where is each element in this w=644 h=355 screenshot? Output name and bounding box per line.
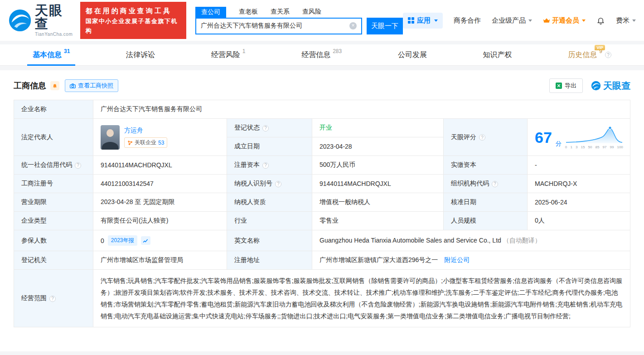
reg-authority-label: 登记机关: [14, 251, 93, 270]
english-name-label: 英文名称: [227, 230, 312, 251]
company-name-label: 企业名称: [14, 100, 93, 119]
related-companies-label: 关联企业: [135, 139, 156, 146]
industry-value: 零售业: [312, 212, 444, 230]
help-icon[interactable]: [479, 134, 485, 141]
tab-legal-proceedings[interactable]: 法律诉讼: [121, 44, 160, 65]
search-input[interactable]: [196, 19, 361, 34]
approval-date-label: 核准日期: [444, 193, 528, 212]
enterprise-products-label: 企业级产品: [492, 16, 526, 25]
tab-intellectual-property[interactable]: 知识产权: [478, 44, 518, 65]
help-icon[interactable]: [262, 162, 269, 169]
tab-label: 法律诉讼: [126, 50, 155, 60]
help-icon[interactable]: [49, 296, 56, 302]
score-curve-chart: 01 315 5085 9799 100: [565, 125, 623, 149]
snapshot-button[interactable]: 查看工商快照: [65, 79, 118, 92]
user-menu[interactable]: 费米: [616, 16, 636, 25]
bell-icon: [596, 16, 605, 25]
table-row: 经营范围 汽车销售;玩具销售;汽车零配件批发;汽车装饰用品销售;服装服饰零售;服…: [14, 270, 630, 327]
company-nav-tabs: 基本信息 31 法律诉讼 经营风险 1 经营信息 283 公司发展 知识产权 V…: [0, 44, 644, 66]
taxpayer-id-value: 91440114MACHDRQJXL: [312, 175, 444, 193]
clear-search-icon[interactable]: [349, 22, 357, 29]
snapshot-button-label: 查看工商快照: [78, 82, 113, 90]
help-icon[interactable]: [605, 52, 611, 58]
help-icon[interactable]: [492, 181, 498, 187]
search-tab-company[interactable]: 查公司: [195, 7, 226, 18]
search-tab-boss[interactable]: 查老板: [239, 8, 258, 18]
table-row: 法定代表人 方运舟 关联企业 53: [14, 119, 630, 137]
establish-date-value: 2023-04-28: [312, 137, 444, 156]
export-button[interactable]: 导出: [549, 78, 583, 93]
company-type-value: 有限责任公司(法人独资): [93, 212, 227, 230]
credit-code-label: 统一社会信用代码: [14, 156, 93, 175]
related-companies-count: 53: [158, 140, 164, 146]
approval-date-value: 2025-06-24: [528, 193, 630, 212]
help-icon[interactable]: [262, 125, 269, 131]
legal-rep-name-link[interactable]: 方运舟: [124, 126, 167, 135]
search-tabs: 查公司 查老板 查关系 查风险: [195, 7, 403, 18]
org-code-label: 组织机构代码: [444, 175, 528, 193]
brand-name: 天眼查: [35, 4, 76, 30]
nearby-companies-link[interactable]: 附近公司: [444, 256, 470, 263]
search-block: 查公司 查老板 查关系 查风险 天眼一下: [195, 7, 403, 34]
notifications-button[interactable]: [596, 16, 605, 25]
search-button[interactable]: 天眼一下: [367, 18, 403, 34]
table-row: 登记机关 广州市增城区市场监督管理局 注册地址 广州市增城区新塘镇广深大道西29…: [14, 251, 630, 270]
annual-report-badge[interactable]: 2023年报: [108, 235, 137, 246]
table-row: 营业期限 2023-04-28 至 无固定期限 纳税人资质 增值税一般纳税人 核…: [14, 193, 630, 212]
business-cooperation-label: 商务合作: [454, 16, 481, 25]
tianyancha-logo-icon: [591, 81, 601, 91]
tab-label: 知识产权: [483, 50, 512, 60]
legal-rep-avatar[interactable]: [101, 125, 120, 150]
insured-value: 0 2023年报: [93, 230, 227, 251]
score-unit: 分: [556, 140, 562, 148]
tab-operation-info[interactable]: 经营信息 283: [296, 44, 347, 65]
apps-menu-button[interactable]: 应用: [403, 13, 443, 29]
table-row: 企业名称 广州合达天下汽车销售服务有限公司: [14, 100, 630, 119]
help-icon[interactable]: [75, 162, 81, 169]
camera-icon: [70, 83, 76, 88]
taxpayer-quality-value: 增值税一般纳税人: [312, 193, 444, 212]
top-bar: 天眼查 TianYanCha.com 都在用的商业查询工具 国家中小企业发展子基…: [0, 0, 644, 41]
tianyancha-logo-icon: [8, 8, 32, 33]
promo-slogan-line1: 都在用的商业查询工具: [86, 5, 181, 17]
crown-icon: [543, 18, 550, 23]
org-code-value: MACHDRQJ-X: [528, 175, 630, 193]
reg-capital-label: 注册资本: [227, 156, 312, 175]
vip-badge: VIP: [595, 45, 605, 50]
tab-label: 经营风险: [211, 50, 240, 60]
business-scope-label: 经营范围: [14, 270, 93, 327]
business-cooperation-link[interactable]: 商务合作: [454, 16, 481, 25]
apps-label: 应用: [417, 16, 431, 25]
tab-company-development[interactable]: 公司发展: [392, 44, 432, 65]
search-tab-relation[interactable]: 查关系: [271, 8, 290, 18]
search-tab-risk[interactable]: 查风险: [302, 8, 321, 18]
open-vip-menu[interactable]: 开通会员: [543, 16, 586, 25]
score-number: 67: [535, 130, 552, 145]
business-info-table: 企业名称 广州合达天下汽车销售服务有限公司 法定代表人 方运舟: [14, 100, 630, 327]
relation-network-icon: [127, 140, 133, 146]
paid-capital-label: 实缴资本: [444, 156, 528, 175]
business-info-section: 工商信息 查看工商快照 导出: [0, 70, 644, 351]
tab-operation-risk[interactable]: 经营风险 1: [206, 44, 251, 65]
tab-basic-info[interactable]: 基本信息 31: [27, 44, 75, 65]
promo-slogan: 都在用的商业查询工具 国家中小企业发展子基金旗下机构: [80, 2, 186, 39]
help-icon[interactable]: [275, 181, 281, 187]
enterprise-products-menu[interactable]: 企业级产品: [492, 16, 532, 25]
chevron-down-icon: [582, 19, 586, 22]
chevron-down-icon: [434, 19, 438, 22]
tianyancha-watermark-label: 天眼查: [603, 80, 630, 92]
tab-history-info[interactable]: VIP 历史信息 9: [562, 44, 617, 65]
chevron-down-icon: [528, 19, 532, 22]
legal-rep-label: 法定代表人: [14, 119, 93, 156]
tab-label: 经营信息: [301, 50, 330, 60]
trend-chart-button[interactable]: [141, 236, 150, 245]
tianyancha-logo[interactable]: 天眼查 TianYanCha.com: [8, 4, 76, 37]
address-label: 注册地址: [227, 251, 312, 270]
score-label: 天眼评分: [444, 119, 528, 156]
credit-code-value: 91440114MACHDRQJXL: [93, 156, 227, 175]
related-companies-badge[interactable]: 关联企业 53: [124, 137, 167, 148]
tab-label: 基本信息: [33, 50, 62, 60]
reg-number-label: 工商注册号: [14, 175, 93, 193]
subscribe-alert-button[interactable]: [50, 81, 59, 90]
staff-size-label: 人员规模: [444, 212, 528, 230]
